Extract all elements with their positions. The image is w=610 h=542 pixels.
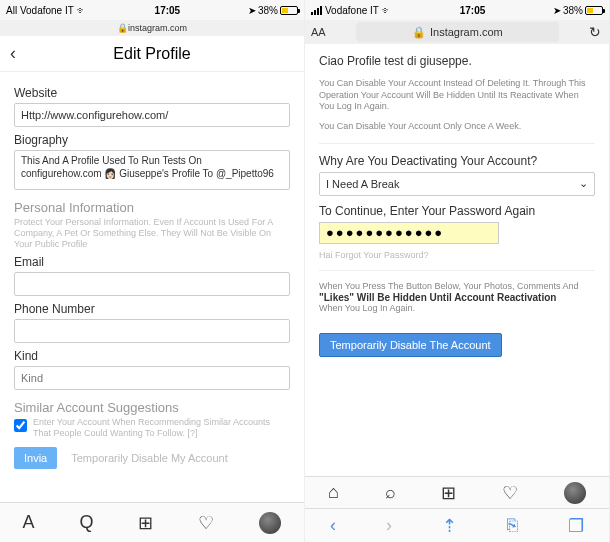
safari-bookmarks-button[interactable]: ⎘ <box>507 515 518 536</box>
divider <box>319 143 595 144</box>
bottom-nav: A Q ⊞ ♡ <box>0 502 304 542</box>
safari-share-button[interactable]: ⇡ <box>442 515 457 537</box>
info-paragraph-1: You Can Disable Your Account Instead Of … <box>319 78 595 113</box>
clock: 17:05 <box>87 5 248 16</box>
battery-icon <box>280 6 298 15</box>
search-icon[interactable]: ⌕ <box>385 482 396 503</box>
text-size-button[interactable]: AA <box>311 26 326 38</box>
back-button[interactable]: ‹ <box>10 43 16 64</box>
kind-label: Kind <box>14 349 290 363</box>
info-paragraph-3c: When You Log In Again. <box>319 303 595 315</box>
info-paragraph-2: You Can Disable Your Account Only Once A… <box>319 121 595 133</box>
divider <box>319 270 595 271</box>
host-text: Instagram.com <box>430 26 503 38</box>
address-field[interactable]: 🔒 Instagram.com <box>356 22 559 42</box>
nav-plus-icon[interactable]: ⊞ <box>138 512 153 534</box>
address-bar: AA 🔒 Instagram.com ↻ <box>305 20 609 44</box>
phone-right-deactivate: Vodafone IT ᯤ 17:05 ➤ 38% AA 🔒 Instagram… <box>305 0 610 542</box>
wifi-icon: ᯤ <box>77 5 87 16</box>
kind-input[interactable] <box>14 366 290 390</box>
safari-tabs-button[interactable]: ❐ <box>568 515 584 537</box>
forgot-password-link[interactable]: Hai Forgot Your Password? <box>319 250 595 260</box>
reload-button[interactable]: ↻ <box>589 24 601 40</box>
temporarily-disable-button[interactable]: Temporarily Disable The Account <box>319 333 502 357</box>
similar-accounts-heading: Similar Account Suggestions <box>14 400 290 415</box>
password-input[interactable]: ●●●●●●●●●●●● <box>319 222 499 244</box>
edit-profile-content: ‹ Edit Profile Website Biography This An… <box>0 36 304 502</box>
lock-icon: 🔒 <box>117 23 128 33</box>
bio-label: Biography <box>14 133 290 147</box>
status-bar: All Vodafone IT ᯤ 17:05 ➤ 38% <box>0 0 304 20</box>
nav-heart-icon[interactable]: ♡ <box>198 512 214 534</box>
personal-info-subtext: Protect Your Personal Information. Even … <box>14 217 290 249</box>
password-label: To Continue, Enter Your Password Again <box>319 204 595 218</box>
deactivate-reason-select[interactable]: I Need A Break ⌄ <box>319 172 595 196</box>
chevron-down-icon: ⌄ <box>579 177 588 190</box>
avatar[interactable] <box>564 482 586 504</box>
bio-input[interactable]: This And A Profile Used To Run Tests On … <box>14 150 290 190</box>
email-label: Email <box>14 255 290 269</box>
email-input[interactable] <box>14 272 290 296</box>
website-input[interactable] <box>14 103 290 127</box>
signal-icon <box>311 6 322 15</box>
nav-header: ‹ Edit Profile <box>0 36 304 72</box>
deactivate-reason-label: Why Are You Deactivating Your Account? <box>319 154 595 168</box>
nav-aa-icon[interactable]: A <box>22 512 34 533</box>
greeting: Ciao Profile test di giuseppe. <box>319 54 595 68</box>
battery-icon <box>585 6 603 15</box>
heart-icon[interactable]: ♡ <box>502 482 518 504</box>
phone-label: Phone Number <box>14 302 290 316</box>
location-icon: ➤ <box>248 5 256 16</box>
home-icon[interactable]: ⌂ <box>328 482 339 503</box>
info-paragraph-3a: When You Press The Button Below, Your Ph… <box>319 281 595 293</box>
info-paragraph-3b: "Likes" Will Be Hidden Until Account Rea… <box>319 292 595 303</box>
status-bar: Vodafone IT ᯤ 17:05 ➤ 38% <box>305 0 609 20</box>
url-bar[interactable]: 🔒 instagram.com <box>0 20 304 36</box>
carrier-label: All Vodafone IT <box>6 5 74 16</box>
battery-pct: 38% <box>258 5 278 16</box>
nav-search-icon[interactable]: Q <box>79 512 93 533</box>
similar-accounts-text: Enter Your Account When Recommending Sim… <box>33 417 290 439</box>
carrier-label: Vodafone IT <box>325 5 379 16</box>
plus-icon[interactable]: ⊞ <box>441 482 456 504</box>
safari-back-button[interactable]: ‹ <box>330 515 336 536</box>
ig-bottom-nav: ⌂ ⌕ ⊞ ♡ <box>305 476 609 508</box>
similar-accounts-checkbox[interactable] <box>14 419 27 432</box>
safari-toolbar: ‹ › ⇡ ⎘ ❐ <box>305 508 609 542</box>
select-value: I Need A Break <box>326 178 399 190</box>
website-label: Website <box>14 86 290 100</box>
submit-button[interactable]: Invia <box>14 447 57 469</box>
personal-info-heading: Personal Information <box>14 200 290 215</box>
avatar[interactable] <box>259 512 281 534</box>
safari-forward-button[interactable]: › <box>386 515 392 536</box>
deactivate-content: Ciao Profile test di giuseppe. You Can D… <box>305 44 609 476</box>
temporarily-disable-link[interactable]: Temporarily Disable My Account <box>71 452 228 464</box>
location-icon: ➤ <box>553 5 561 16</box>
battery-pct: 38% <box>563 5 583 16</box>
phone-left-edit-profile: All Vodafone IT ᯤ 17:05 ➤ 38% 🔒 instagra… <box>0 0 305 542</box>
lock-icon: 🔒 <box>412 26 426 39</box>
page-title: Edit Profile <box>113 45 190 63</box>
phone-input[interactable] <box>14 319 290 343</box>
url-text: instagram.com <box>128 23 187 33</box>
clock: 17:05 <box>392 5 553 16</box>
wifi-icon: ᯤ <box>382 5 392 16</box>
